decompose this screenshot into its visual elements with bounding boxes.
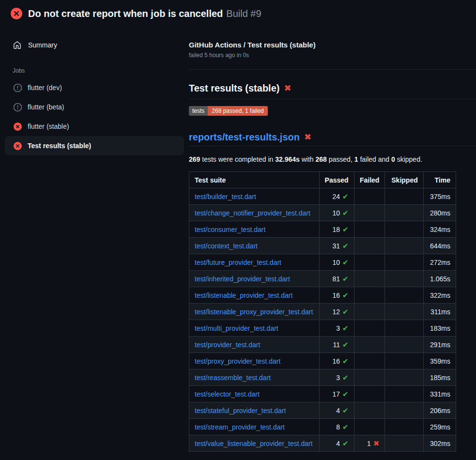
suite-link[interactable]: test/future_provider_test.dart: [195, 259, 281, 266]
time-cell: 331ms: [423, 386, 456, 402]
suite-link[interactable]: test/multi_provider_test.dart: [195, 324, 278, 332]
suite-link[interactable]: test/inherited_provider_test.dart: [195, 275, 290, 283]
skipped-cell: [385, 435, 423, 452]
passed-check-icon: ✔: [342, 373, 349, 382]
sidebar-job-item[interactable]: flutter (dev): [5, 78, 184, 97]
passed-check-icon: ✔: [342, 225, 349, 234]
suite-link[interactable]: test/consumer_test.dart: [195, 226, 265, 233]
run-title-group: Do not create report when job is cancell…: [28, 8, 261, 19]
suite-link[interactable]: test/reassemble_test.dart: [195, 374, 271, 382]
breadcrumb: GitHub Actions / Test results (stable): [189, 41, 476, 49]
table-row: test/future_provider_test.dart10✔272ms: [189, 254, 456, 271]
failed-cross-icon: ✖: [304, 132, 311, 142]
failed-cell: [354, 419, 385, 435]
summary-segment: skipped.: [395, 155, 422, 163]
sidebar-item-summary[interactable]: Summary: [0, 37, 189, 53]
passed-check-icon: ✔: [342, 357, 349, 366]
table-row: test/reassemble_test.dart3✔185ms: [189, 369, 456, 386]
table-header-row: Test suite Passed Failed Skipped Time: [189, 172, 456, 188]
skipped-cell: [385, 353, 423, 369]
passed-cell: 31✔: [319, 238, 354, 254]
passed-cell: 8✔: [319, 419, 354, 435]
passed-check-icon: ✔: [342, 258, 349, 267]
sidebar-job-item[interactable]: flutter (stable): [5, 117, 184, 136]
skipped-cell: [385, 337, 423, 353]
time-cell: 259ms: [423, 419, 456, 435]
col-header-skipped: Skipped: [385, 172, 423, 188]
passed-cell: 16✔: [319, 287, 354, 304]
skipped-cell: [385, 304, 423, 320]
table-row: test/provider_test.dart11✔291ms: [189, 337, 456, 353]
passed-cell: 24✔: [319, 188, 354, 205]
table-row: test/context_test.dart31✔644ms: [189, 238, 456, 254]
skipped-cell: [385, 320, 423, 337]
suite-link[interactable]: test/builder_test.dart: [195, 193, 256, 200]
passed-cell: 12✔: [319, 304, 354, 320]
passed-cell: 3✔: [319, 369, 354, 386]
passed-cell: 81✔: [319, 271, 354, 287]
summary-segment: 0: [391, 155, 395, 163]
failed-cell: [354, 402, 385, 419]
table-row: test/inherited_provider_test.dart81✔1.06…: [189, 271, 456, 287]
summary-segment: passed,: [327, 155, 354, 163]
suite-cell: test/multi_provider_test.dart: [189, 320, 320, 337]
failed-cell: [354, 238, 385, 254]
tests-badge: tests 268 passed, 1 failed: [189, 106, 268, 116]
failed-cell: [354, 320, 385, 337]
skipped-cell: [385, 271, 423, 287]
failed-cell: 1✖: [354, 435, 385, 452]
suite-cell: test/reassemble_test.dart: [189, 369, 320, 386]
suite-link[interactable]: test/proxy_provider_test.dart: [195, 357, 280, 365]
suite-link[interactable]: test/stateful_provider_test.dart: [195, 407, 286, 414]
time-cell: 272ms: [423, 254, 456, 271]
failed-cell: [354, 254, 385, 271]
report-file-link[interactable]: reports/test-results.json: [189, 132, 300, 142]
table-row: test/selector_test.dart17✔331ms: [189, 386, 456, 402]
sidebar-job-item[interactable]: flutter (beta): [5, 97, 184, 117]
section-heading-text: Test results (stable): [189, 83, 279, 93]
x-circle-fill-icon: [14, 142, 22, 150]
skipped-cell: [385, 402, 423, 419]
table-row: test/value_listenable_provider_test.dart…: [189, 435, 456, 452]
summary-segment: 32.964s: [275, 155, 300, 163]
suite-link[interactable]: test/change_notifier_provider_test.dart: [195, 209, 310, 217]
time-cell: 644ms: [423, 238, 456, 254]
summary-segment: tests were completed in: [200, 155, 275, 163]
suite-cell: test/context_test.dart: [189, 238, 320, 254]
job-item-label: flutter (dev): [28, 84, 62, 92]
run-meta: failed 5 hours ago in 0s: [189, 52, 476, 59]
passed-check-icon: ✔: [342, 291, 349, 300]
report-heading: reports/test-results.json✖: [189, 130, 476, 146]
failed-cell: [354, 337, 385, 353]
skipped-cell: [385, 386, 423, 402]
suite-link[interactable]: test/context_test.dart: [195, 242, 258, 250]
sidebar-job-item[interactable]: Test results (stable): [5, 136, 184, 155]
passed-check-icon: ✔: [342, 406, 349, 415]
suite-link[interactable]: test/stream_provider_test.dart: [195, 423, 285, 431]
col-header-passed: Passed: [319, 172, 354, 188]
table-row: test/stateful_provider_test.dart4✔206ms: [189, 402, 456, 419]
table-row: test/stream_provider_test.dart8✔259ms: [189, 419, 456, 435]
job-item-label: flutter (stable): [28, 123, 69, 130]
job-item-label: flutter (beta): [28, 103, 64, 111]
table-row: test/consumer_test.dart18✔324ms: [189, 221, 456, 238]
suite-link[interactable]: test/listenable_provider_test.dart: [195, 291, 292, 299]
time-cell: 183ms: [423, 320, 456, 337]
suite-link[interactable]: test/provider_test.dart: [195, 341, 260, 349]
test-results-table: Test suite Passed Failed Skipped Time te…: [189, 171, 456, 452]
suite-link[interactable]: test/selector_test.dart: [195, 390, 260, 398]
passed-cell: 17✔: [319, 386, 354, 402]
passed-cell: 11✔: [319, 337, 354, 353]
summary-segment: with: [300, 155, 316, 163]
run-title: Do not create report when job is cancell…: [28, 8, 223, 19]
time-cell: 375ms: [423, 188, 456, 205]
suite-link[interactable]: test/value_listenable_provider_test.dart: [195, 440, 313, 447]
skipped-cell: [385, 221, 423, 238]
suite-link[interactable]: test/listenable_proxy_provider_test.dart: [195, 308, 313, 316]
summary-segment: 1: [354, 155, 358, 163]
suite-cell: test/consumer_test.dart: [189, 221, 320, 238]
job-item-label: Test results (stable): [28, 142, 91, 150]
passed-check-icon: ✔: [342, 275, 349, 283]
summary-segment: failed and: [358, 155, 392, 163]
run-build-number: Build #9: [226, 8, 261, 19]
